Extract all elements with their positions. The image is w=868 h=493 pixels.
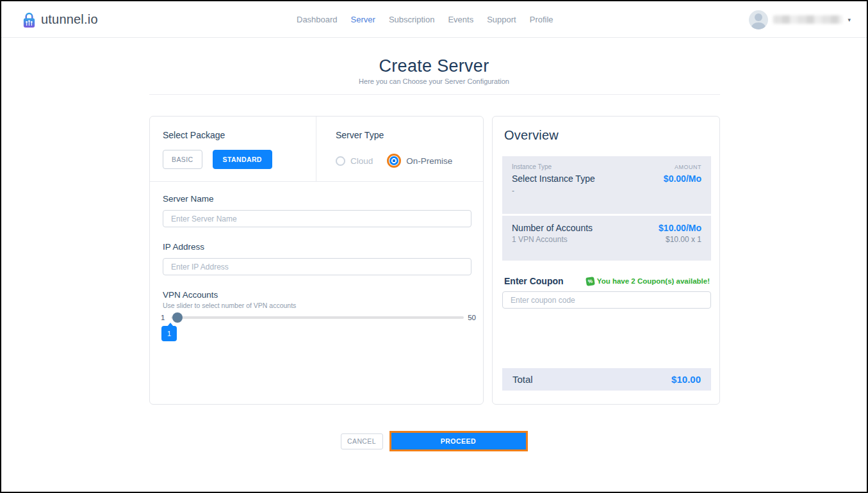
overview-card: Overview Instance Type AMOUNT Select Ins… — [492, 116, 720, 405]
profile-name-redacted — [773, 15, 842, 24]
proceed-annotation-frame: PROCEED — [389, 431, 528, 451]
accounts-price-detail: $10.00 x 1 — [666, 235, 701, 244]
nav-item-server[interactable]: Server — [351, 15, 375, 24]
package-type-section: Select Package BASIC STANDARD Server Typ… — [150, 117, 483, 182]
title-divider — [149, 94, 720, 95]
slider-rail[interactable] — [171, 316, 464, 319]
vpn-accounts-hint: Use slider to select number of VPN accou… — [163, 302, 296, 309]
instance-price: $0.00/Mo — [664, 174, 701, 184]
overview-title: Overview — [504, 128, 559, 143]
accounts-panel: Number of Accounts $10.00/Mo 1 VPN Accou… — [502, 216, 711, 261]
amount-header: AMOUNT — [675, 164, 701, 170]
coupon-code-input[interactable] — [502, 291, 711, 309]
top-navbar: utunnel.io Dashboard Server Subscription… — [1, 1, 867, 38]
instance-detail: - — [512, 186, 701, 195]
accounts-price: $10.00/Mo — [659, 223, 701, 233]
page-title: Create Server — [1, 56, 867, 76]
instance-type-value: Select Instance Type — [512, 174, 595, 184]
profile-menu[interactable]: ▾ — [749, 1, 851, 38]
ip-address-label: IP Address — [163, 242, 204, 252]
instance-type-caption: Instance Type — [512, 163, 552, 170]
nav-item-dashboard[interactable]: Dashboard — [297, 15, 338, 24]
accounts-sub: 1 VPN Accounts — [512, 235, 568, 244]
server-type-title: Server Type — [336, 130, 384, 140]
chevron-down-icon: ▾ — [848, 17, 851, 23]
on-premise-radio-label: On-Premise — [406, 156, 452, 166]
ip-address-input[interactable] — [163, 258, 471, 275]
logo[interactable]: utunnel.io — [22, 1, 98, 38]
radio-selected-icon[interactable] — [389, 156, 398, 165]
slider-max-label: 50 — [468, 314, 476, 321]
annotation-highlight-ring — [387, 154, 401, 168]
basic-package-button[interactable]: BASIC — [163, 150, 202, 169]
slider-handle[interactable] — [172, 312, 183, 323]
server-name-label: Server Name — [163, 194, 214, 204]
coupon-header-row: Enter Coupon % You have 2 Coupon(s) avai… — [504, 276, 710, 286]
action-buttons: CANCEL PROCEED — [1, 431, 867, 451]
page-subtitle: Here you can Choose your Server Configur… — [1, 77, 867, 85]
proceed-button[interactable]: PROCEED — [391, 433, 526, 449]
vertical-divider — [316, 117, 316, 182]
vpn-accounts-label: VPN Accounts — [163, 290, 218, 300]
vpn-accounts-slider: 1 50 — [161, 312, 476, 323]
coupon-availability-text: You have 2 Coupon(s) available! — [597, 277, 710, 285]
slider-track[interactable] — [171, 312, 464, 323]
total-panel: Total $10.00 — [502, 368, 711, 391]
server-name-input[interactable] — [163, 210, 471, 227]
standard-package-button[interactable]: STANDARD — [213, 150, 272, 169]
nav-item-subscription[interactable]: Subscription — [389, 15, 435, 24]
nav-item-profile[interactable]: Profile — [530, 15, 553, 24]
cloud-radio-option[interactable]: Cloud — [336, 156, 373, 166]
slider-min-label: 1 — [161, 314, 167, 321]
cloud-radio-label: Cloud — [350, 156, 373, 166]
padlock-logo-icon — [22, 12, 37, 28]
coupon-availability: % You have 2 Coupon(s) available! — [586, 277, 710, 286]
instance-type-panel: Instance Type AMOUNT Select Instance Typ… — [502, 156, 711, 214]
logo-text: utunnel.io — [41, 12, 98, 27]
nav-item-support[interactable]: Support — [487, 15, 516, 24]
radio-unselected-icon[interactable] — [336, 156, 345, 166]
app-window: utunnel.io Dashboard Server Subscription… — [0, 0, 868, 493]
accounts-label: Number of Accounts — [512, 223, 593, 233]
nav-item-events[interactable]: Events — [448, 15, 473, 24]
cancel-button[interactable]: CANCEL — [341, 433, 383, 449]
server-type-options: Cloud On-Premise — [336, 154, 452, 168]
avatar — [749, 10, 768, 29]
select-package-title: Select Package — [163, 130, 225, 140]
main-nav: Dashboard Server Subscription Events Sup… — [297, 1, 553, 38]
server-config-card: Select Package BASIC STANDARD Server Typ… — [149, 116, 484, 405]
package-buttons: BASIC STANDARD — [163, 150, 272, 169]
enter-coupon-label: Enter Coupon — [504, 276, 564, 286]
coupon-tag-icon: % — [585, 277, 595, 286]
slider-value-tooltip: 1 — [161, 326, 177, 341]
on-premise-radio-option[interactable]: On-Premise — [387, 154, 452, 168]
total-label: Total — [512, 374, 533, 385]
total-amount: $10.00 — [671, 374, 701, 385]
